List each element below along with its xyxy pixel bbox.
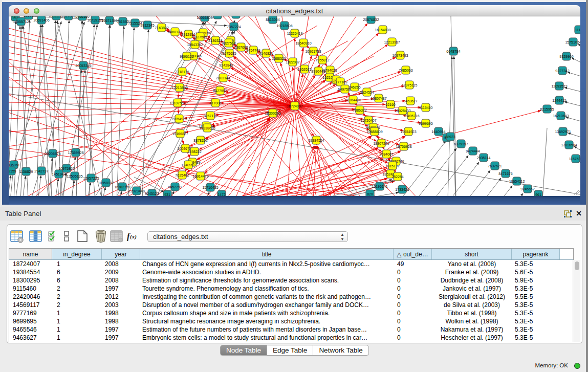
svg-text:1362615: 1362615: [297, 68, 311, 71]
svg-text:18640910: 18640910: [295, 41, 311, 45]
svg-text:9812345: 9812345: [140, 24, 154, 27]
svg-text:20691406: 20691406: [33, 18, 49, 22]
svg-text:18807249: 18807249: [373, 142, 389, 145]
svg-text:9245123: 9245123: [145, 192, 159, 195]
svg-text:9227342: 9227342: [555, 69, 569, 73]
svg-text:15720407: 15720407: [360, 119, 376, 122]
svg-text:7955812: 7955812: [315, 58, 329, 62]
svg-text:9327508: 9327508: [222, 41, 235, 45]
svg-text:11325419: 11325419: [287, 32, 303, 35]
svg-text:8427552: 8427552: [213, 89, 227, 93]
svg-text:15710485: 15710485: [202, 186, 218, 189]
svg-text:9115460: 9115460: [419, 106, 433, 110]
svg-text:17957225: 17957225: [83, 177, 99, 180]
svg-text:7163822: 7163822: [155, 26, 168, 30]
svg-text:12338616: 12338616: [199, 126, 215, 130]
svg-text:12923448: 12923448: [128, 189, 144, 193]
svg-text:9457791: 9457791: [168, 185, 182, 189]
svg-text:1640954: 1640954: [431, 130, 445, 134]
svg-text:16671355: 16671355: [101, 19, 117, 23]
svg-text:2942737: 2942737: [34, 169, 48, 173]
svg-text:16914479: 16914479: [192, 174, 208, 178]
svg-text:1822037: 1822037: [286, 60, 299, 64]
svg-text:18724007: 18724007: [287, 104, 302, 108]
svg-text:10543362: 10543362: [187, 43, 203, 47]
svg-text:1588520: 1588520: [272, 57, 286, 60]
svg-text:12213967: 12213967: [384, 40, 400, 44]
svg-text:10958107: 10958107: [98, 181, 114, 185]
svg-text:3624554: 3624554: [360, 91, 374, 94]
svg-text:8878352: 8878352: [193, 139, 207, 142]
svg-text:19756928: 19756928: [396, 145, 411, 148]
svg-text:14055712: 14055712: [13, 20, 29, 24]
svg-text:8454749: 8454749: [246, 49, 260, 52]
svg-text:1733426: 1733426: [395, 188, 409, 191]
svg-text:15751074: 15751074: [565, 40, 580, 44]
svg-text:(x): (x): [130, 233, 137, 240]
svg-text:941: 941: [214, 16, 221, 17]
svg-text:19384554: 19384554: [308, 139, 324, 142]
svg-text:7485063: 7485063: [399, 69, 412, 72]
svg-text:3675685: 3675685: [222, 52, 236, 55]
svg-text:9896122: 9896122: [180, 55, 193, 58]
svg-text:8471676: 8471676: [498, 172, 512, 176]
svg-text:7386372: 7386372: [353, 108, 366, 112]
svg-text:751552: 751552: [117, 20, 128, 24]
svg-text:2718176: 2718176: [175, 70, 189, 74]
svg-text:17016504: 17016504: [561, 143, 577, 147]
svg-text:1240993: 1240993: [181, 163, 195, 167]
svg-text:6648784: 6648784: [446, 50, 460, 53]
svg-text:2803144: 2803144: [216, 76, 230, 80]
svg-text:1156829: 1156829: [19, 170, 33, 173]
svg-text:19218506: 19218506: [276, 24, 292, 28]
svg-text:18300295: 18300295: [265, 112, 280, 115]
svg-text:1815132: 1815132: [385, 164, 399, 168]
svg-text:12213569: 12213569: [171, 86, 187, 90]
svg-text:835061: 835061: [9, 163, 20, 167]
svg-text:9463627: 9463627: [403, 99, 417, 103]
svg-text:9329966: 9329966: [559, 55, 573, 58]
svg-text:12093573: 12093573: [551, 84, 567, 88]
svg-text:16154808: 16154808: [375, 28, 390, 32]
svg-text:10807487: 10807487: [371, 97, 386, 100]
svg-text:20876832: 20876832: [363, 18, 379, 21]
svg-text:10654112: 10654112: [509, 180, 525, 183]
svg-text:12505135: 12505135: [67, 174, 82, 178]
svg-text:7625402: 7625402: [175, 173, 189, 177]
svg-text:20053346: 20053346: [75, 64, 91, 68]
svg-text:16210643: 16210643: [553, 114, 569, 118]
svg-text:17359928: 17359928: [68, 151, 83, 155]
svg-text:8215955: 8215955: [540, 107, 554, 111]
svg-text:15196141: 15196141: [372, 185, 387, 188]
svg-text:9245652: 9245652: [520, 187, 534, 191]
svg-text:7632621: 7632621: [488, 164, 502, 168]
svg-text:820: 820: [367, 192, 373, 196]
svg-text:9474444: 9474444: [466, 149, 480, 153]
svg-text:19854925: 19854925: [171, 117, 187, 121]
svg-text:9242848: 9242848: [219, 63, 233, 67]
svg-text:20571: 20571: [24, 16, 34, 17]
svg-text:8813054: 8813054: [266, 18, 279, 21]
svg-text:7357224: 7357224: [227, 25, 241, 29]
svg-text:2935114: 2935114: [477, 156, 491, 160]
svg-text:88923: 88923: [445, 135, 455, 139]
svg-text:8660123: 8660123: [168, 30, 182, 34]
svg-text:18495716: 18495716: [403, 114, 419, 118]
svg-text:1451944: 1451944: [52, 172, 66, 176]
svg-text:1527602: 1527602: [61, 16, 75, 18]
svg-text:8186328: 8186328: [208, 39, 222, 42]
svg-text:10107552: 10107552: [169, 101, 185, 105]
svg-text:9084067: 9084067: [379, 152, 393, 156]
svg-text:9699695: 9699695: [419, 122, 432, 125]
svg-text:9327505: 9327505: [193, 35, 207, 39]
svg-text:10975867: 10975867: [58, 167, 74, 170]
svg-text:3498222: 3498222: [187, 150, 201, 154]
svg-text:6794028: 6794028: [323, 69, 337, 72]
svg-text:9146821: 9146821: [259, 52, 273, 55]
svg-text:19166827: 19166827: [172, 132, 188, 136]
svg-text:16053809: 16053809: [197, 16, 212, 19]
svg-text:8267110: 8267110: [204, 114, 217, 118]
svg-text:20364436: 20364436: [345, 98, 361, 102]
svg-text:252254: 252254: [391, 175, 403, 179]
svg-text:746266: 746266: [349, 85, 360, 89]
